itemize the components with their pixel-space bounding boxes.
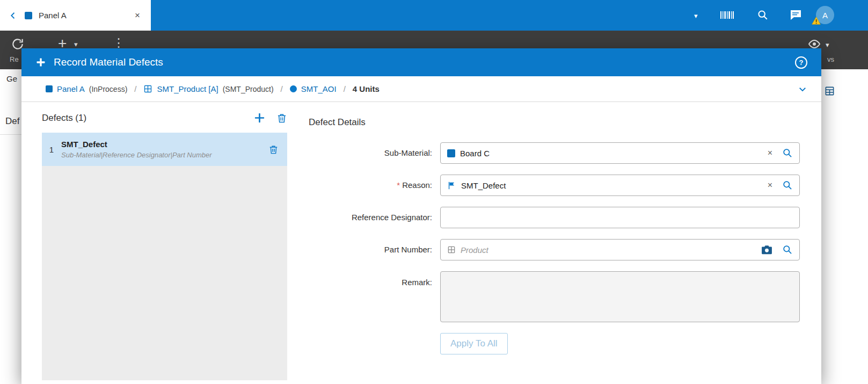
breadcrumb: Panel A (InProcess) / SMT_Product [A] (S… xyxy=(21,76,821,102)
apply-row: Apply To All xyxy=(440,333,800,354)
defects-list: 1 SMT_Defect Sub-Material|Reference Desi… xyxy=(42,133,287,380)
product-type: (SMT_Product) xyxy=(223,85,274,93)
sub-material-field[interactable]: Board C × xyxy=(440,142,800,164)
clear-icon[interactable]: × xyxy=(768,181,772,190)
add-defect-icon[interactable] xyxy=(253,112,266,124)
reason-row: *Reason: SMT_Defect × xyxy=(309,175,800,196)
defect-index: 1 xyxy=(42,145,61,154)
delete-all-defects-icon[interactable] xyxy=(276,113,287,124)
product-icon xyxy=(447,245,456,254)
reason-flag-icon xyxy=(447,181,456,190)
reference-designator-input[interactable] xyxy=(440,207,800,228)
defects-panel-header: Defects (1) xyxy=(42,113,86,124)
material-icon xyxy=(46,85,53,92)
background-divider xyxy=(0,134,21,135)
add-caret-icon[interactable]: ▾ xyxy=(74,40,78,48)
screen: Panel A × ▾ A Re + ▾ ⋮ ▾ vs Ge De xyxy=(0,0,868,384)
part-number-placeholder: Product xyxy=(461,245,488,255)
warning-icon xyxy=(812,17,821,27)
breadcrumb-step[interactable]: SMT_AOI xyxy=(301,84,337,93)
defect-details-form: Sub-Material: Board C × *Reason: xyxy=(309,142,800,354)
chevron-down-icon[interactable]: ▾ xyxy=(694,12,698,20)
breadcrumb-units: 4 Units xyxy=(353,84,380,93)
plus-icon xyxy=(35,57,46,68)
back-chevron-icon[interactable] xyxy=(9,11,18,20)
remark-row: Remark: xyxy=(309,271,800,322)
defect-details-header: Defect Details xyxy=(309,117,366,128)
search-icon[interactable] xyxy=(782,244,793,255)
part-number-label: Part Number: xyxy=(309,239,440,260)
refresh-label: Re xyxy=(10,55,19,63)
top-bar: Panel A × ▾ A xyxy=(0,0,868,31)
reference-designator-label: Reference Designator: xyxy=(309,207,440,228)
chat-icon[interactable] xyxy=(789,9,802,21)
reason-field[interactable]: SMT_Defect × xyxy=(440,175,800,196)
tab-panel-a[interactable]: Panel A × xyxy=(0,0,151,31)
breadcrumb-material[interactable]: Panel A xyxy=(57,84,85,93)
reason-label: *Reason: xyxy=(309,175,440,196)
dialog-header: Record Material Defects ? xyxy=(21,48,821,76)
grid-view-icon[interactable] xyxy=(825,86,835,98)
defect-subtitle: Sub-Material|Reference Designator|Part N… xyxy=(61,151,268,159)
tab-title: Panel A xyxy=(39,11,126,20)
breadcrumb-product[interactable]: SMT_Product [A] xyxy=(157,84,218,93)
help-icon[interactable]: ? xyxy=(795,56,807,69)
sub-material-label: Sub-Material: xyxy=(309,142,440,164)
material-state: (InProcess) xyxy=(89,85,128,93)
barcode-scan-icon[interactable] xyxy=(719,9,734,21)
material-icon xyxy=(25,12,32,19)
dialog-title: Record Material Defects xyxy=(54,56,163,68)
background-section-heading: Def xyxy=(5,116,19,127)
breadcrumb-separator: / xyxy=(134,84,136,93)
clear-icon[interactable]: × xyxy=(768,149,772,157)
delete-defect-icon[interactable] xyxy=(268,144,279,155)
reason-value: SMT_Defect xyxy=(461,181,506,190)
part-number-field[interactable]: Product xyxy=(440,239,800,260)
eye-caret-icon[interactable]: ▾ xyxy=(826,41,829,49)
defect-title: SMT_Defect xyxy=(61,140,268,149)
breadcrumb-separator: / xyxy=(281,84,283,93)
defect-list-item[interactable]: 1 SMT_Defect Sub-Material|Reference Desi… xyxy=(42,133,287,166)
record-material-defects-dialog: Record Material Defects ? Panel A (InPro… xyxy=(21,48,821,384)
apply-to-all-button[interactable]: Apply To All xyxy=(440,333,508,354)
material-icon xyxy=(447,149,455,157)
sub-material-row: Sub-Material: Board C × xyxy=(309,142,800,164)
defects-panel: Defects (1) 1 SMT_Defect Sub-Material|Re… xyxy=(42,112,287,380)
search-icon[interactable] xyxy=(782,180,793,191)
product-icon xyxy=(143,84,152,93)
remark-textarea[interactable] xyxy=(440,271,800,322)
camera-icon[interactable] xyxy=(761,245,772,255)
sub-material-value: Board C xyxy=(460,149,490,158)
step-icon xyxy=(290,85,297,92)
search-icon[interactable] xyxy=(757,9,769,21)
search-icon[interactable] xyxy=(782,148,793,158)
collapse-chevron-icon[interactable] xyxy=(798,84,807,94)
required-mark: * xyxy=(397,180,400,190)
remark-label: Remark: xyxy=(309,271,440,322)
background-tab-label: Ge xyxy=(6,74,17,83)
part-number-row: Part Number: Product xyxy=(309,239,800,260)
tab-close-icon[interactable]: × xyxy=(133,9,142,22)
views-label: vs xyxy=(827,55,834,63)
reference-designator-row: Reference Designator: xyxy=(309,207,800,228)
breadcrumb-separator: / xyxy=(344,84,346,93)
